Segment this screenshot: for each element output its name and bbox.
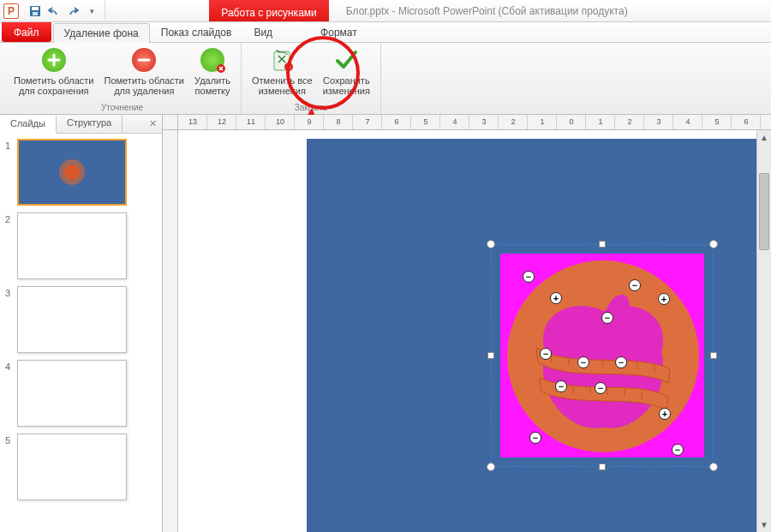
- delete-mark-button[interactable]: Удалить пометку: [189, 45, 236, 103]
- ruler-tick-label: 10: [266, 117, 295, 126]
- discard-icon: [268, 46, 296, 74]
- ribbon-group-label: Закрыть: [295, 103, 328, 114]
- ruler-tick-label: 6: [382, 117, 411, 126]
- ruler-tick-label: 1: [528, 117, 557, 126]
- tab-slideshow[interactable]: Показ слайдов: [150, 22, 243, 42]
- vertical-scrollbar[interactable]: ▲ ▼: [756, 130, 771, 532]
- ruler-tick-label: 4: [673, 117, 702, 126]
- contextual-tab-picture-tools: Работа с рисунками: [209, 0, 328, 21]
- label: Удалить: [194, 75, 230, 86]
- tab-file[interactable]: Файл: [2, 22, 51, 42]
- ruler-tick-label: 3: [469, 117, 499, 126]
- app-icon: P: [0, 0, 22, 22]
- scrollbar-thumb[interactable]: [759, 173, 769, 250]
- ruler-tick-label: 2: [615, 117, 644, 126]
- slide-thumbnail[interactable]: 1: [5, 139, 162, 206]
- main-area: Слайды Структура ✕ 1 2 3 4 5: [0, 115, 771, 532]
- remove-marker-icon[interactable]: [629, 279, 641, 291]
- redo-icon[interactable]: [65, 3, 81, 19]
- minus-red-icon: [130, 46, 158, 74]
- ribbon-group-close: Отменить все изменения Сохранить изменен…: [242, 43, 381, 114]
- remove-marker-icon[interactable]: [672, 444, 684, 456]
- plus-green-icon: [40, 46, 68, 74]
- remove-marker-icon[interactable]: [529, 432, 541, 444]
- ruler-tick-label: 3: [644, 117, 673, 126]
- ruler-vertical: [163, 130, 178, 532]
- remove-marker-icon[interactable]: [555, 380, 567, 392]
- slide-editor: 13121110987654321012345678910: [163, 115, 771, 532]
- ruler-tick-label: 0: [557, 117, 586, 126]
- quick-access-toolbar: ▾: [22, 0, 105, 21]
- slide-thumbnail[interactable]: 5: [5, 433, 162, 500]
- checkmark-icon: [332, 46, 360, 74]
- remove-marker-icon[interactable]: [577, 356, 589, 368]
- remove-marker-icon[interactable]: [523, 271, 535, 283]
- label: Отменить все: [252, 75, 313, 86]
- ruler-tick-label: 6: [732, 117, 761, 126]
- ruler-tick-label: 12: [207, 117, 236, 126]
- slide-number: 3: [5, 286, 17, 353]
- ruler-tick-label: 7: [761, 117, 771, 126]
- mark-areas-remove-button[interactable]: Пометить области для удаления: [99, 45, 190, 103]
- thumbnail-tabs: Слайды Структура ✕: [0, 115, 162, 134]
- ruler-tick-label: 11: [236, 117, 266, 126]
- keep-marker-icon[interactable]: [550, 292, 562, 304]
- title-bar: P ▾ Работа с рисунками Блог.pptx - Micro…: [0, 0, 771, 22]
- scroll-down-icon[interactable]: ▼: [757, 517, 771, 532]
- svg-rect-1: [32, 7, 39, 10]
- ribbon-tab-row: Файл Удаление фона Показ слайдов Вид Фор…: [0, 22, 771, 43]
- slide: [307, 139, 771, 532]
- label: Сохранить: [323, 75, 370, 86]
- ruler-tick-label: 9: [295, 117, 324, 126]
- ruler-tick-label: 5: [411, 117, 440, 126]
- label: пометку: [195, 86, 230, 96]
- tab-view[interactable]: Вид: [242, 22, 284, 42]
- window-title: Блог.pptx - Microsoft PowerPoint (Сбой а…: [329, 0, 628, 21]
- tab-slides[interactable]: Слайды: [0, 116, 57, 134]
- qat-customize-icon[interactable]: ▾: [84, 3, 99, 19]
- slide-number: 5: [5, 433, 17, 500]
- save-icon[interactable]: [27, 3, 43, 19]
- keep-marker-icon[interactable]: [658, 293, 670, 305]
- slide-number: 4: [5, 360, 17, 427]
- label: Пометить области: [105, 75, 185, 86]
- label: изменения: [259, 86, 306, 96]
- ruler-tick-label: 8: [324, 117, 353, 126]
- powerpoint-icon: P: [3, 3, 19, 19]
- mark-areas-keep-button[interactable]: Пометить области для сохранения: [9, 45, 99, 103]
- slide-thumbnail[interactable]: 2: [5, 212, 162, 279]
- undo-icon[interactable]: [46, 3, 62, 19]
- slide-thumbnail[interactable]: 4: [5, 360, 162, 427]
- tab-outline[interactable]: Структура: [57, 115, 123, 133]
- ribbon-group-refine: Пометить области для сохранения Пометить…: [3, 43, 242, 114]
- slide-number: 1: [5, 139, 17, 206]
- slide-thumbnail[interactable]: 3: [5, 286, 162, 353]
- discard-changes-button[interactable]: Отменить все изменения: [247, 45, 318, 103]
- remove-marker-icon[interactable]: [540, 348, 552, 360]
- delete-green-x-icon: [199, 46, 226, 74]
- close-panel-icon[interactable]: ✕: [123, 115, 162, 133]
- slide-number: 2: [5, 212, 17, 279]
- label: для удаления: [114, 86, 174, 96]
- scroll-up-icon[interactable]: ▲: [757, 130, 771, 145]
- tab-format[interactable]: Формат: [309, 22, 368, 42]
- remove-marker-icon[interactable]: [601, 312, 613, 324]
- ribbon-group-label: Уточнение: [101, 103, 143, 114]
- label: Пометить области: [14, 75, 94, 86]
- ruler-horizontal: 13121110987654321012345678910: [163, 115, 771, 130]
- remove-marker-icon[interactable]: [615, 356, 627, 368]
- selection-box[interactable]: [491, 244, 714, 467]
- ruler-tick-label: 1: [586, 117, 615, 126]
- label: изменения: [323, 86, 370, 96]
- ruler-tick-label: 4: [440, 117, 469, 126]
- close-window-icon[interactable]: [732, 0, 771, 21]
- slide-canvas[interactable]: [178, 130, 771, 532]
- keep-changes-button[interactable]: Сохранить изменения: [318, 45, 375, 103]
- slide-thumbnail-panel: Слайды Структура ✕ 1 2 3 4 5: [0, 115, 163, 532]
- keep-marker-icon[interactable]: [659, 408, 671, 420]
- ruler-tick-label: 5: [702, 117, 732, 126]
- remove-marker-icon[interactable]: [595, 382, 607, 394]
- ribbon: Пометить области для сохранения Пометить…: [0, 43, 771, 115]
- tab-remove-background[interactable]: Удаление фона: [53, 23, 150, 43]
- ruler-tick-label: 2: [499, 117, 528, 126]
